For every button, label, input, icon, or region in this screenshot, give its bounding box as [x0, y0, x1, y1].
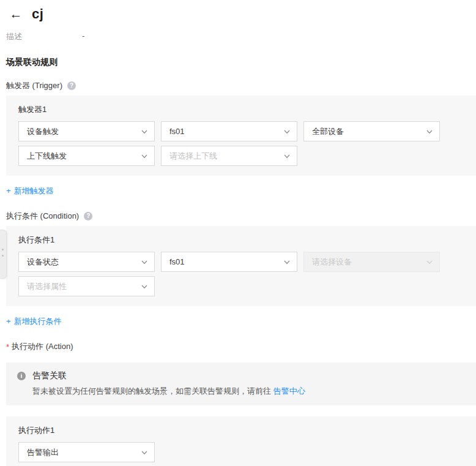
trigger-type-select[interactable]: 设备触发	[18, 121, 155, 141]
action-panel: 执行动作1 告警输出	[6, 416, 476, 466]
plus-icon: +	[6, 317, 11, 326]
condition-label-row: 执行条件 (Condition) ?	[6, 211, 476, 222]
condition-type-select[interactable]: 设备状态	[18, 252, 155, 272]
condition-device-placeholder: 请选择设备	[312, 257, 352, 268]
action-label-row: * 执行动作 (Action)	[6, 341, 476, 352]
trigger-panel: 触发器1 设备触发 fs01 全部设备	[6, 96, 476, 176]
section-title-scene-linkage-rules: 场景联动规则	[6, 57, 476, 68]
trigger-label: 触发器 (Trigger)	[6, 80, 62, 91]
page-title: cj	[32, 6, 43, 22]
notice-head: i 告警关联	[17, 370, 464, 381]
action-type-value: 告警输出	[27, 447, 59, 458]
condition-device-select-disabled[interactable]: 请选择设备	[303, 252, 440, 272]
trigger-event-value-select[interactable]: 请选择上下线	[161, 146, 297, 166]
notice-description-text: 暂未被设置为任何告警规则的触发场景，如需关联告警规则，请前往	[32, 386, 273, 396]
trigger-select-row-1: 设备触发 fs01 全部设备	[18, 121, 464, 141]
action-group-title: 执行动作1	[18, 425, 464, 436]
trigger-device-select[interactable]: 全部设备	[303, 121, 440, 141]
action-select-row-1: 告警输出	[18, 442, 464, 462]
add-trigger-link[interactable]: +新增触发器	[6, 186, 476, 197]
trigger-type-value: 设备触发	[27, 126, 59, 137]
trigger-help-icon[interactable]: ?	[67, 81, 76, 90]
chevron-down-icon	[141, 128, 148, 135]
add-trigger-label: 新增触发器	[14, 186, 54, 195]
chevron-down-icon	[283, 128, 291, 135]
condition-group-title: 执行条件1	[18, 235, 464, 246]
trigger-select-row-2: 上下线触发 请选择上下线	[18, 146, 464, 166]
condition-property-placeholder: 请选择属性	[27, 281, 67, 292]
chevron-down-icon	[141, 449, 148, 456]
description-row: 描述 -	[6, 31, 476, 42]
info-icon: i	[17, 372, 26, 380]
trigger-device-value: 全部设备	[312, 126, 344, 137]
required-asterisk: *	[6, 342, 9, 351]
add-condition-link[interactable]: +新增执行条件	[6, 316, 476, 327]
scene-rule-detail-page: ← cj 描述 - 场景联动规则 触发器 (Trigger) ? 触发器1 设备…	[0, 0, 476, 466]
chevron-down-icon	[426, 258, 433, 266]
trigger-product-select[interactable]: fs01	[161, 121, 297, 141]
condition-select-row-2: 请选择属性	[18, 276, 464, 296]
condition-property-select[interactable]: 请选择属性	[18, 276, 155, 296]
chevron-down-icon	[141, 152, 148, 160]
condition-help-icon[interactable]: ?	[84, 212, 92, 220]
plus-icon: +	[6, 186, 11, 195]
chevron-down-icon	[283, 258, 291, 266]
drag-dots-icon	[2, 249, 4, 250]
trigger-label-row: 触发器 (Trigger) ?	[6, 80, 476, 91]
add-condition-label: 新增执行条件	[14, 317, 62, 326]
condition-label: 执行条件 (Condition)	[6, 211, 79, 222]
drawer-collapse-handle[interactable]	[0, 230, 7, 279]
notice-description: 暂未被设置为任何告警规则的触发场景，如需关联告警规则，请前往 告警中心	[32, 386, 464, 397]
trigger-event-value-placeholder: 请选择上下线	[169, 151, 217, 162]
condition-product-value: fs01	[169, 257, 185, 266]
trigger-product-value: fs01	[169, 127, 185, 136]
alarm-association-notice: i 告警关联 暂未被设置为任何告警规则的触发场景，如需关联告警规则，请前往 告警…	[6, 363, 476, 405]
condition-product-select[interactable]: fs01	[161, 252, 297, 272]
chevron-down-icon	[426, 128, 433, 135]
trigger-event-value: 上下线触发	[27, 151, 67, 162]
condition-panel: 执行条件1 设备状态 fs01 请选择设备	[6, 226, 476, 306]
action-type-select[interactable]: 告警输出	[18, 442, 155, 462]
back-arrow-icon[interactable]: ←	[9, 7, 23, 21]
notice-title: 告警关联	[32, 370, 67, 381]
description-value: -	[82, 31, 84, 42]
page-header: ← cj	[0, 0, 476, 22]
chevron-down-icon	[141, 283, 148, 290]
condition-select-row-1: 设备状态 fs01 请选择设备	[18, 252, 464, 272]
action-label: 执行动作 (Action)	[12, 341, 73, 352]
description-label: 描述	[6, 31, 82, 42]
condition-type-value: 设备状态	[27, 257, 59, 268]
chevron-down-icon	[141, 258, 148, 266]
chevron-down-icon	[283, 152, 291, 160]
alarm-center-link[interactable]: 告警中心	[273, 386, 305, 396]
trigger-group-title: 触发器1	[18, 104, 464, 115]
trigger-event-select[interactable]: 上下线触发	[18, 146, 155, 166]
